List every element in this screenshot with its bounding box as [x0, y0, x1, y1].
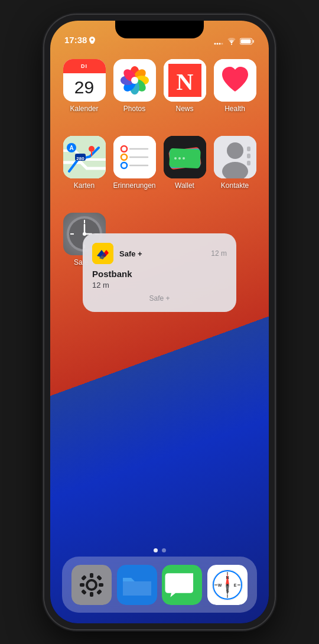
app-kalender[interactable]: DI 29 Kalender [62, 59, 106, 113]
erinnerungen-svg [113, 136, 156, 178]
app-grid-row2: 280 A Karten [50, 130, 269, 196]
svg-point-56 [83, 232, 86, 236]
page-dot-1 [154, 548, 158, 552]
svg-rect-63 [80, 583, 84, 587]
notch [115, 21, 204, 38]
postbank-svg [92, 243, 113, 264]
news-svg: N [164, 59, 206, 102]
kontakte-icon [214, 136, 256, 178]
notif-app-name: Safe + [119, 249, 205, 258]
app-kontakte[interactable]: Kontakte [213, 136, 257, 190]
svg-text:S: S [226, 589, 229, 593]
time-display: 17:38 [64, 35, 87, 45]
app-wallet[interactable]: Wallet [162, 136, 207, 190]
phone-frame: 17:38 [44, 15, 275, 629]
svg-rect-45 [247, 147, 250, 151]
svg-text:W: W [217, 583, 222, 587]
dock: N S W E [62, 557, 257, 613]
news-label: News [175, 105, 193, 113]
svg-point-40 [178, 157, 181, 160]
svg-rect-46 [247, 154, 250, 158]
svg-text:A: A [69, 145, 73, 151]
cal-day: DI [63, 59, 106, 73]
status-time: 17:38 [64, 35, 95, 45]
kontakte-svg [214, 136, 256, 178]
kalender-label: Kalender [70, 105, 98, 113]
einstellungen-icon [71, 565, 112, 605]
wallet-icon [164, 136, 206, 178]
status-icons [214, 38, 255, 45]
notif-header: Safe + 12 m [92, 243, 227, 264]
svg-text:E: E [233, 583, 236, 587]
svg-rect-64 [99, 583, 103, 587]
news-icon: N [164, 59, 206, 102]
svg-rect-47 [247, 161, 250, 165]
karten-label: Karten [74, 181, 95, 190]
svg-point-39 [174, 157, 177, 160]
svg-point-23 [89, 146, 95, 152]
app-karten[interactable]: 280 A Karten [62, 136, 106, 190]
dock-einstellungen[interactable] [71, 565, 112, 605]
signal-dots-icon [214, 38, 223, 45]
notif-app-icon [92, 243, 113, 264]
page-dots [50, 548, 269, 552]
svg-rect-6 [253, 40, 254, 43]
dock-safari[interactable]: N S W E [207, 565, 248, 605]
dateien-icon [117, 565, 157, 605]
photos-label: Photos [123, 105, 145, 113]
settings-svg [71, 565, 112, 605]
photos-svg [118, 64, 151, 97]
health-icon [214, 59, 256, 102]
postbank-logo [92, 243, 113, 264]
app-grid-row1: DI 29 Kalender [50, 53, 269, 119]
svg-point-16 [131, 77, 138, 84]
photos-icon [113, 59, 156, 102]
page-dot-2 [162, 548, 166, 552]
svg-point-2 [219, 43, 221, 45]
safari-icon: N S W E [207, 565, 248, 605]
dock-nachrichten[interactable] [162, 565, 202, 605]
svg-point-3 [222, 43, 223, 45]
notification-popup[interactable]: Safe + 12 m Postbank 12 m Safe + [83, 233, 236, 312]
svg-text:N: N [176, 69, 193, 95]
app-erinnerungen[interactable]: Erinnerungen [112, 136, 157, 190]
messages-svg [162, 565, 202, 605]
karten-svg: 280 A [63, 136, 106, 178]
svg-point-41 [183, 157, 185, 160]
dock-dateien[interactable] [117, 565, 157, 605]
health-svg [214, 59, 256, 102]
location-icon [89, 37, 95, 44]
svg-point-0 [214, 43, 216, 45]
phone-screen: 17:38 [50, 21, 269, 623]
svg-text:N: N [226, 575, 229, 580]
svg-point-80 [226, 584, 229, 586]
battery-icon [240, 38, 255, 45]
notif-footer: Safe + [92, 294, 227, 303]
wallet-label: Wallet [175, 181, 194, 190]
health-label: Health [224, 105, 245, 113]
svg-point-4 [231, 44, 232, 45]
svg-point-43 [227, 142, 243, 159]
app-news[interactable]: N News [162, 59, 207, 113]
safari-svg: N S W E [207, 565, 248, 605]
svg-rect-7 [241, 40, 251, 44]
nachrichten-icon [162, 565, 202, 605]
app-health[interactable]: Health [213, 59, 257, 113]
files-svg [117, 565, 157, 605]
app-photos[interactable]: Photos [112, 59, 157, 113]
cal-date: 29 [74, 73, 94, 102]
svg-point-1 [217, 43, 219, 45]
karten-icon: 280 A [63, 136, 106, 178]
notif-time: 12 m [211, 249, 227, 258]
wallet-svg [164, 136, 206, 178]
svg-rect-61 [90, 573, 93, 578]
erinnerungen-icon [113, 136, 156, 178]
svg-point-60 [88, 581, 95, 588]
kalender-icon: DI 29 [63, 59, 106, 102]
kontakte-label: Kontakte [221, 181, 249, 190]
erinnerungen-label: Erinnerungen [113, 181, 155, 190]
wifi-icon [227, 38, 236, 45]
svg-rect-62 [90, 592, 93, 597]
svg-text:280: 280 [76, 156, 84, 161]
notif-title: Postbank [92, 269, 227, 279]
